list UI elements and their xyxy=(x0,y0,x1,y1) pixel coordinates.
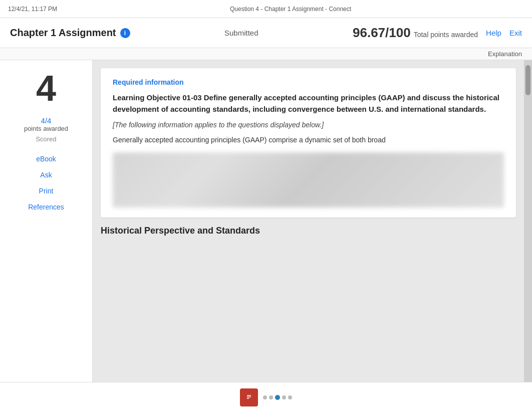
blurred-content-image xyxy=(113,152,504,208)
sidebar: 4 4/4 points awarded Scored eBook Ask Pr… xyxy=(0,60,93,409)
print-link[interactable]: Print xyxy=(39,187,54,195)
datetime-label: 12/4/21, 11:17 PM xyxy=(8,6,57,13)
explanation-button[interactable]: Explanation xyxy=(488,50,522,58)
italics-note: [The following information applies to th… xyxy=(113,121,504,129)
scrollbar-thumb[interactable] xyxy=(525,65,530,95)
nav-dot-5[interactable] xyxy=(288,395,292,399)
bottom-bar xyxy=(0,382,532,412)
content-card: Required information Learning Objective … xyxy=(101,68,516,218)
content-area[interactable]: Required information Learning Objective … xyxy=(93,60,524,409)
submitted-label: Submitted xyxy=(224,29,258,37)
info-icon[interactable]: i xyxy=(120,28,130,38)
scored-label: Scored xyxy=(36,135,56,143)
page-title-label: Question 4 - Chapter 1 Assignment - Conn… xyxy=(230,6,351,13)
nav-dot-4[interactable] xyxy=(282,395,286,399)
svg-rect-0 xyxy=(245,393,253,401)
points-label: points awarded xyxy=(24,125,68,132)
points-value: 4/4 xyxy=(24,116,68,125)
references-link[interactable]: References xyxy=(28,203,64,211)
explanation-bar: Explanation xyxy=(0,48,532,60)
header-left: Chapter 1 Assignment i xyxy=(10,27,130,39)
nav-dot-1[interactable] xyxy=(263,395,267,399)
points-info: 4/4 points awarded xyxy=(24,116,68,132)
score-section: 96.67/100 Total points awarded xyxy=(353,25,478,41)
nav-dots xyxy=(263,395,292,400)
top-bar: 12/4/21, 11:17 PM Question 4 - Chapter 1… xyxy=(0,0,532,18)
header: Chapter 1 Assignment i Submitted 96.67/1… xyxy=(0,18,532,48)
nav-dot-2[interactable] xyxy=(269,395,273,399)
sidebar-nav: eBook Ask Print References xyxy=(0,155,92,211)
nav-dot-3-active[interactable] xyxy=(275,395,280,400)
ask-link[interactable]: Ask xyxy=(40,171,52,179)
content-text: Generally accepted accounting principles… xyxy=(113,135,504,145)
required-info-label: Required information xyxy=(113,78,504,86)
score-value: 96.67/100 xyxy=(353,25,411,41)
question-number: 4 xyxy=(36,70,56,106)
book-icon xyxy=(244,392,254,402)
scrollbar[interactable] xyxy=(524,60,532,409)
ebook-link[interactable]: eBook xyxy=(36,155,56,163)
learning-objective: Learning Objective 01-03 Define generall… xyxy=(113,92,504,115)
assignment-title: Chapter 1 Assignment xyxy=(10,27,116,39)
header-center: Submitted xyxy=(224,29,258,37)
main-layout: 4 4/4 points awarded Scored eBook Ask Pr… xyxy=(0,60,532,409)
bottom-icon-red xyxy=(240,388,258,406)
section-heading: Historical Perspective and Standards xyxy=(101,226,516,236)
score-label: Total points awarded xyxy=(414,31,478,39)
exit-button[interactable]: Exit xyxy=(509,29,522,37)
help-button[interactable]: Help xyxy=(486,29,501,37)
header-right: 96.67/100 Total points awarded Help Exit xyxy=(353,25,522,41)
